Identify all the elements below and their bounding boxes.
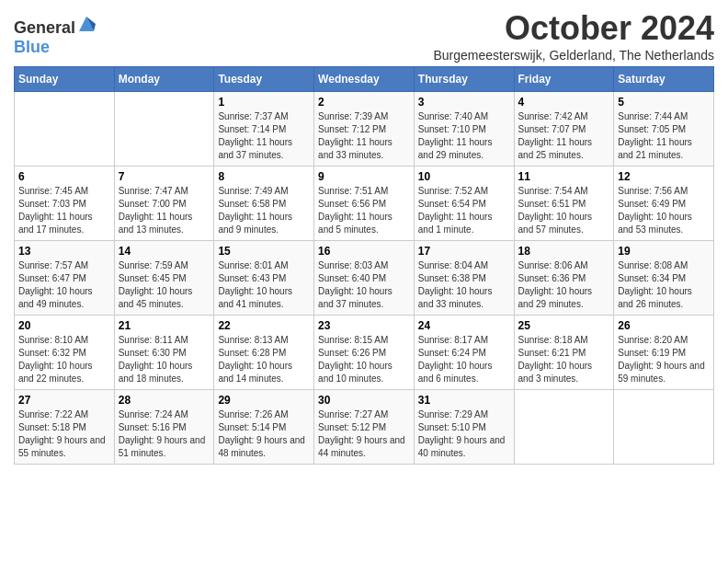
day-number: 17 [418, 245, 510, 258]
day-number: 25 [518, 319, 610, 332]
day-cell: 1Sunrise: 7:37 AMSunset: 7:14 PMDaylight… [214, 92, 314, 167]
calendar-table: SundayMondayTuesdayWednesdayThursdayFrid… [14, 66, 714, 465]
day-cell: 15Sunrise: 8:01 AMSunset: 6:43 PMDayligh… [214, 241, 314, 316]
day-cell: 20Sunrise: 8:10 AMSunset: 6:32 PMDayligh… [15, 316, 115, 390]
day-info: Sunrise: 8:08 AMSunset: 6:34 PMDaylight:… [618, 259, 710, 311]
day-number: 18 [518, 245, 610, 258]
day-number: 19 [618, 245, 710, 258]
day-cell: 31Sunrise: 7:29 AMSunset: 5:10 PMDayligh… [414, 390, 514, 465]
day-info: Sunrise: 8:01 AMSunset: 6:43 PMDaylight:… [218, 259, 310, 311]
day-number: 21 [119, 319, 210, 332]
day-info: Sunrise: 8:17 AMSunset: 6:24 PMDaylight:… [418, 334, 510, 385]
day-cell [514, 390, 614, 465]
day-info: Sunrise: 7:52 AMSunset: 6:54 PMDaylight:… [418, 185, 510, 236]
day-cell: 17Sunrise: 8:04 AMSunset: 6:38 PMDayligh… [414, 241, 514, 316]
day-number: 12 [618, 170, 710, 183]
day-info: Sunrise: 7:29 AMSunset: 5:10 PMDaylight:… [418, 408, 510, 460]
location-subtitle: Burgemeesterswijk, Gelderland, The Nethe… [433, 48, 714, 63]
logo-blue: Blue [14, 38, 50, 56]
day-number: 24 [418, 319, 510, 332]
day-header-tuesday: Tuesday [214, 67, 314, 92]
day-cell: 12Sunrise: 7:56 AMSunset: 6:49 PMDayligh… [614, 167, 714, 241]
day-cell: 13Sunrise: 7:57 AMSunset: 6:47 PMDayligh… [15, 241, 115, 316]
day-info: Sunrise: 7:44 AMSunset: 7:05 PMDaylight:… [618, 110, 710, 162]
calendar-body: 1Sunrise: 7:37 AMSunset: 7:14 PMDaylight… [15, 92, 714, 465]
day-info: Sunrise: 7:54 AMSunset: 6:51 PMDaylight:… [518, 185, 610, 236]
logo-general: General [14, 18, 75, 37]
day-number: 26 [618, 319, 710, 332]
day-number: 29 [218, 394, 310, 407]
day-cell [614, 390, 714, 465]
day-header-sunday: Sunday [15, 67, 115, 92]
day-cell: 10Sunrise: 7:52 AMSunset: 6:54 PMDayligh… [414, 167, 514, 241]
day-cell: 18Sunrise: 8:06 AMSunset: 6:36 PMDayligh… [514, 241, 614, 316]
day-number: 30 [318, 394, 410, 407]
day-number: 8 [218, 170, 310, 183]
day-cell: 14Sunrise: 7:59 AMSunset: 6:45 PMDayligh… [114, 241, 214, 316]
day-number: 11 [518, 170, 610, 183]
day-cell: 2Sunrise: 7:39 AMSunset: 7:12 PMDaylight… [314, 92, 415, 167]
week-row-2: 6Sunrise: 7:45 AMSunset: 7:03 PMDaylight… [15, 167, 714, 241]
day-info: Sunrise: 7:57 AMSunset: 6:47 PMDaylight:… [18, 259, 110, 311]
day-number: 4 [518, 96, 610, 109]
month-title: October 2024 [433, 9, 714, 48]
day-number: 3 [418, 96, 510, 109]
day-header-friday: Friday [514, 67, 614, 92]
calendar-header: SundayMondayTuesdayWednesdayThursdayFrid… [15, 67, 714, 92]
day-number: 31 [418, 394, 510, 407]
day-info: Sunrise: 7:59 AMSunset: 6:45 PMDaylight:… [119, 259, 210, 311]
day-info: Sunrise: 7:26 AMSunset: 5:14 PMDaylight:… [218, 408, 310, 460]
title-area: October 2024 Burgemeesterswijk, Gelderla… [433, 9, 714, 63]
day-cell: 30Sunrise: 7:27 AMSunset: 5:12 PMDayligh… [314, 390, 415, 465]
week-row-1: 1Sunrise: 7:37 AMSunset: 7:14 PMDaylight… [15, 92, 714, 167]
day-info: Sunrise: 8:03 AMSunset: 6:40 PMDaylight:… [318, 259, 410, 311]
day-cell: 9Sunrise: 7:51 AMSunset: 6:56 PMDaylight… [314, 167, 415, 241]
logo: General Blue [14, 15, 96, 57]
day-info: Sunrise: 8:13 AMSunset: 6:28 PMDaylight:… [218, 334, 310, 385]
day-info: Sunrise: 7:42 AMSunset: 7:07 PMDaylight:… [518, 110, 610, 162]
week-row-3: 13Sunrise: 7:57 AMSunset: 6:47 PMDayligh… [15, 241, 714, 316]
day-cell: 22Sunrise: 8:13 AMSunset: 6:28 PMDayligh… [214, 316, 314, 390]
day-header-wednesday: Wednesday [314, 67, 415, 92]
day-info: Sunrise: 8:10 AMSunset: 6:32 PMDaylight:… [18, 334, 110, 385]
days-row: SundayMondayTuesdayWednesdayThursdayFrid… [15, 67, 714, 92]
day-info: Sunrise: 7:40 AMSunset: 7:10 PMDaylight:… [418, 110, 510, 162]
day-info: Sunrise: 8:11 AMSunset: 6:30 PMDaylight:… [119, 334, 210, 385]
day-cell [114, 92, 214, 167]
day-header-monday: Monday [114, 67, 214, 92]
day-number: 7 [119, 170, 210, 183]
day-cell: 28Sunrise: 7:24 AMSunset: 5:16 PMDayligh… [114, 390, 214, 465]
day-cell: 8Sunrise: 7:49 AMSunset: 6:58 PMDaylight… [214, 167, 314, 241]
day-cell: 7Sunrise: 7:47 AMSunset: 7:00 PMDaylight… [114, 167, 214, 241]
day-number: 10 [418, 170, 510, 183]
day-info: Sunrise: 8:15 AMSunset: 6:26 PMDaylight:… [318, 334, 410, 385]
day-cell: 16Sunrise: 8:03 AMSunset: 6:40 PMDayligh… [314, 241, 415, 316]
day-number: 9 [318, 170, 410, 183]
day-number: 2 [318, 96, 410, 109]
day-cell: 24Sunrise: 8:17 AMSunset: 6:24 PMDayligh… [414, 316, 514, 390]
week-row-4: 20Sunrise: 8:10 AMSunset: 6:32 PMDayligh… [15, 316, 714, 390]
day-cell: 6Sunrise: 7:45 AMSunset: 7:03 PMDaylight… [15, 167, 115, 241]
day-number: 20 [18, 319, 110, 332]
logo-icon [77, 15, 96, 33]
day-number: 16 [318, 245, 410, 258]
day-cell [15, 92, 115, 167]
day-cell: 26Sunrise: 8:20 AMSunset: 6:19 PMDayligh… [614, 316, 714, 390]
day-number: 23 [318, 319, 410, 332]
day-info: Sunrise: 7:27 AMSunset: 5:12 PMDaylight:… [318, 408, 410, 460]
day-number: 6 [18, 170, 110, 183]
day-info: Sunrise: 7:24 AMSunset: 5:16 PMDaylight:… [119, 408, 210, 460]
day-info: Sunrise: 7:45 AMSunset: 7:03 PMDaylight:… [18, 185, 110, 236]
day-cell: 11Sunrise: 7:54 AMSunset: 6:51 PMDayligh… [514, 167, 614, 241]
day-number: 22 [218, 319, 310, 332]
day-info: Sunrise: 7:56 AMSunset: 6:49 PMDaylight:… [618, 185, 710, 236]
day-cell: 29Sunrise: 7:26 AMSunset: 5:14 PMDayligh… [214, 390, 314, 465]
day-header-saturday: Saturday [614, 67, 714, 92]
day-info: Sunrise: 7:49 AMSunset: 6:58 PMDaylight:… [218, 185, 310, 236]
day-cell: 21Sunrise: 8:11 AMSunset: 6:30 PMDayligh… [114, 316, 214, 390]
day-cell: 25Sunrise: 8:18 AMSunset: 6:21 PMDayligh… [514, 316, 614, 390]
day-number: 5 [618, 96, 710, 109]
day-info: Sunrise: 7:51 AMSunset: 6:56 PMDaylight:… [318, 185, 410, 236]
logo-text: General Blue [14, 15, 96, 57]
week-row-5: 27Sunrise: 7:22 AMSunset: 5:18 PMDayligh… [15, 390, 714, 465]
